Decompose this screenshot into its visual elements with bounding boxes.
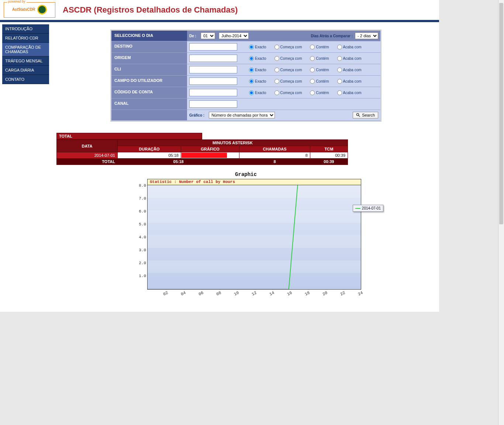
codigo-radio-acaba[interactable] xyxy=(337,90,342,95)
origem-radio-contem[interactable] xyxy=(310,56,315,61)
cli-radio-exacto[interactable] xyxy=(249,68,254,72)
cell-tcm: 00:39 xyxy=(310,152,348,159)
total-strip: TOTAL xyxy=(56,133,202,139)
grafico-label: Gráfico : xyxy=(189,113,204,117)
origem-radio-acaba[interactable] xyxy=(337,56,342,61)
field-label-destino: DESTINO xyxy=(111,41,187,52)
destino-radio-comeca[interactable] xyxy=(275,45,279,49)
campo-input[interactable] xyxy=(189,77,237,85)
y-tick: 6.0 xyxy=(131,209,146,214)
plot-box: Statistic : Number of call by Hours xyxy=(147,179,361,290)
x-tick: 16 xyxy=(286,290,293,296)
svg-point-0 xyxy=(357,114,359,116)
y-tick: 1.0 xyxy=(131,274,146,278)
x-tick: 06 xyxy=(198,290,204,296)
compare-select[interactable]: - 2 dias xyxy=(355,32,378,39)
sidebar-item-introducao[interactable]: INTRODUÇÃO xyxy=(2,24,49,34)
col-data: DATA xyxy=(57,140,118,152)
sidebar-item-carga[interactable]: CARGA DIÁRIA xyxy=(2,66,49,75)
footer-tcm: 00:39 xyxy=(310,159,348,165)
campo-radio-comeca[interactable] xyxy=(275,79,279,84)
col-chamadas: CHAMADAS xyxy=(239,146,310,152)
field-label-canal: CANAL xyxy=(111,99,187,110)
origem-radio-exacto[interactable] xyxy=(249,56,254,61)
powered-by-box: powered by AstStatsCDR xyxy=(4,2,55,18)
destino-radio-exacto[interactable] xyxy=(249,45,254,49)
y-tick: 5.0 xyxy=(131,222,146,227)
footer-label: TOTAL xyxy=(57,159,118,165)
destino-radio-acaba[interactable] xyxy=(337,45,342,49)
origem-input[interactable] xyxy=(189,55,237,62)
cell-calls: 8 xyxy=(239,152,310,159)
y-tick: 2.0 xyxy=(131,261,146,265)
chart-legend: 2014-07-01 xyxy=(353,205,383,212)
destino-radios: Exacto Começa com Contém Acaba com xyxy=(249,45,362,49)
destino-input[interactable] xyxy=(189,43,237,51)
sidebar-item-contato[interactable]: CONTATO xyxy=(2,75,49,84)
table-row: 2014-07-01 05:18 8 00:39 xyxy=(57,152,348,159)
cli-radio-contem[interactable] xyxy=(310,68,315,72)
chart-container: Graphic 8.0 7.0 6.0 5.0 4.0 3.0 2.0 1.0 … xyxy=(131,172,361,297)
header-bar: powered by AstStatsCDR ASCDR (Registros … xyxy=(0,0,439,20)
chart-stat-banner: Statistic : Number of call by Hours xyxy=(148,179,361,185)
sidebar-item-relatorio[interactable]: RELATÓRIO CDR xyxy=(2,34,49,43)
main-content: Seleccione o dia De : 01 Julho-2014 Dias… xyxy=(53,22,439,312)
x-tick: 20 xyxy=(322,290,328,296)
chart-title: Graphic xyxy=(131,172,361,177)
sidebar-item-trafego[interactable]: TRÁFEGO MENSAL xyxy=(2,56,49,66)
grafico-select[interactable]: Número de chamadas por hora xyxy=(209,112,275,118)
canal-input[interactable] xyxy=(189,100,237,108)
y-tick: 7.0 xyxy=(131,196,146,201)
header-span: MINUTOS ASTERISK xyxy=(118,140,348,146)
field-label-codigo: CÓDIGO DE CONTA xyxy=(111,87,187,98)
x-tick: 24 xyxy=(357,290,363,296)
sidebar-item-comparacao[interactable]: COMPARAÇÃO DE CHAMADAS xyxy=(2,43,49,56)
chart-area: 8.0 7.0 6.0 5.0 4.0 3.0 2.0 1.0 Statisti… xyxy=(131,179,361,297)
compare-label: Dias Atrás a Comparar : xyxy=(311,34,353,38)
col-duracao: DURAÇÃO xyxy=(118,146,181,152)
app-title: ASCDR (Registros Detalhados de Chamadas) xyxy=(63,5,238,15)
col-tcm: TCM xyxy=(310,146,348,152)
month-select[interactable]: Julho-2014 xyxy=(219,32,249,39)
brand-name: AstStatsCDR xyxy=(12,7,35,11)
codigo-radio-comeca[interactable] xyxy=(275,90,279,95)
campo-radio-exacto[interactable] xyxy=(249,79,254,84)
sidebar: INTRODUÇÃO RELATÓRIO CDR COMPARAÇÃO DE C… xyxy=(0,22,49,84)
filter-form: Seleccione o dia De : 01 Julho-2014 Dias… xyxy=(110,30,382,122)
x-tick: 08 xyxy=(215,290,222,296)
x-tick: 04 xyxy=(180,290,186,296)
scrollbar-thumb[interactable] xyxy=(499,3,503,224)
y-tick: 3.0 xyxy=(131,248,146,252)
cli-input[interactable] xyxy=(189,66,237,73)
day-select[interactable]: 01 xyxy=(201,32,215,39)
legend-label: 2014-07-01 xyxy=(362,206,381,210)
x-tick: 10 xyxy=(233,290,239,296)
codigo-radio-exacto[interactable] xyxy=(249,90,254,95)
codigo-input[interactable] xyxy=(189,89,237,96)
cli-radio-acaba[interactable] xyxy=(337,68,342,72)
y-tick: 4.0 xyxy=(131,235,146,239)
bar-graphic xyxy=(182,153,227,158)
de-label: De : xyxy=(189,34,196,38)
field-label-cli: CLI xyxy=(111,64,187,75)
results-table: DATA MINUTOS ASTERISK DURAÇÃO GRÁFICO CH… xyxy=(56,139,348,165)
x-tick: 02 xyxy=(162,290,169,296)
grafico-row-spacer xyxy=(111,110,187,120)
campo-radio-contem[interactable] xyxy=(310,79,315,84)
footer-duration: 05:18 xyxy=(118,159,239,165)
x-tick: 18 xyxy=(304,290,310,296)
footer-calls: 8 xyxy=(239,159,310,165)
field-label-origem: ORIGEM xyxy=(111,53,187,64)
scrollbar[interactable] xyxy=(498,0,504,312)
cell-duration: 05:18 xyxy=(118,152,181,159)
destino-radio-contem[interactable] xyxy=(310,45,315,49)
x-tick: 22 xyxy=(339,290,346,296)
search-button[interactable]: Search xyxy=(353,112,378,118)
cli-radio-comeca[interactable] xyxy=(275,68,279,72)
origem-radio-comeca[interactable] xyxy=(275,56,279,61)
campo-radio-acaba[interactable] xyxy=(337,79,342,84)
col-grafico: GRÁFICO xyxy=(181,146,239,152)
field-label-campo: CAMPO DO UTILIZADOR xyxy=(111,76,187,87)
svg-line-1 xyxy=(359,115,360,117)
codigo-radio-contem[interactable] xyxy=(310,90,315,95)
